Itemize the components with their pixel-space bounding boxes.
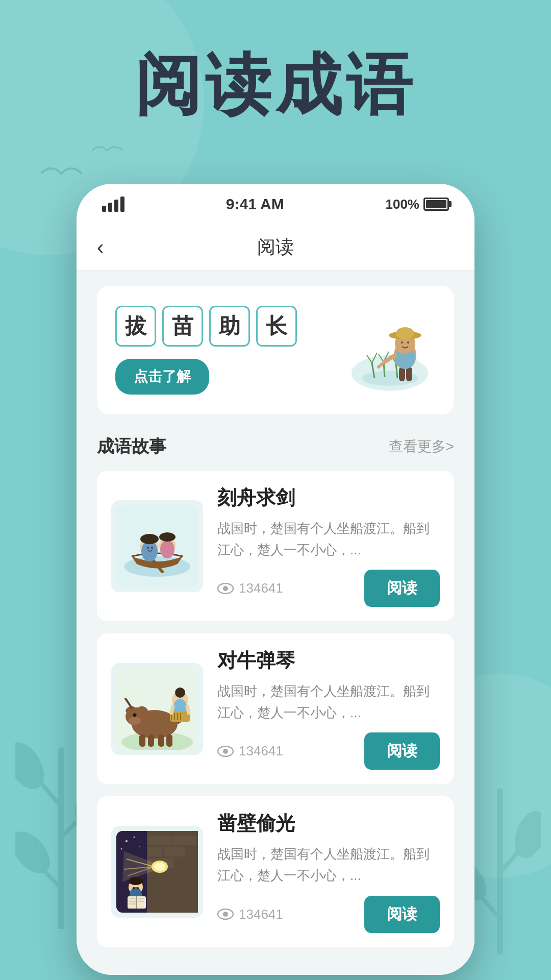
story-card-0: 刻舟求剑 战国时，楚国有个人坐船渡江。船到江心，楚人一不小心，... 13464… [97,471,454,621]
story-title-1: 对牛弹琴 [217,648,440,674]
svg-rect-55 [139,734,145,747]
deco-bird-2 [92,143,122,158]
svg-line-69 [187,706,189,713]
story-info-0: 刻舟求剑 战国时，楚国有个人坐船渡江。船到江心，楚人一不小心，... 13464… [217,485,440,607]
view-count-1: 134641 [217,743,283,759]
svg-rect-76 [172,836,196,845]
svg-line-9 [500,837,531,873]
svg-point-4 [15,736,52,796]
hero-title: 阅读成语 [0,41,551,131]
svg-point-28 [396,327,414,339]
svg-rect-75 [148,836,171,845]
svg-point-85 [133,887,135,889]
view-count-0: 134641 [217,580,283,596]
signal-bar-3 [114,200,118,212]
battery-area: 100% [385,197,449,212]
story-image-0 [111,500,203,592]
svg-point-29 [401,341,403,344]
svg-rect-77 [148,847,162,856]
eye-icon-1 [217,746,234,757]
battery-fill [426,200,446,208]
story-image-1 [111,663,203,755]
featured-left: 拔 苗 助 长 点击了解 [115,306,334,395]
svg-point-96 [121,848,122,849]
story-title-2: 凿壁偷光 [217,811,440,837]
view-number-2: 134641 [239,906,283,922]
svg-point-6 [15,824,57,880]
story-desc-1: 战国时，楚国有个人坐船渡江。船到江心，楚人一不小心，... [217,681,440,723]
svg-line-3 [26,766,61,806]
story-image-2 [111,826,203,918]
svg-point-44 [151,547,153,549]
learn-button[interactable]: 点击了解 [115,359,209,395]
status-bar: 9:41 AM 100% [77,184,474,225]
view-number-0: 134641 [239,580,283,596]
nav-bar: ‹ 阅读 [77,225,474,271]
svg-point-42 [159,532,176,542]
svg-rect-57 [158,734,164,747]
svg-point-71 [223,749,228,754]
story-footer-0: 134641 阅读 [217,570,440,607]
svg-point-97 [139,846,140,847]
signal-bar-4 [120,197,124,212]
svg-rect-58 [166,734,172,747]
svg-line-68 [171,706,173,713]
story-illus-wall [116,831,198,913]
story-illus-boat [116,505,198,587]
story-desc-2: 战国时，楚国有个人坐船渡江。船到江心，楚人一不小心，... [217,844,440,886]
char-box-2: 苗 [162,306,203,347]
svg-point-94 [126,840,128,842]
char-box-1: 拔 [115,306,156,347]
svg-point-39 [145,535,154,543]
svg-point-41 [160,540,174,558]
svg-point-46 [223,586,228,591]
svg-point-53 [129,717,141,725]
read-button-2[interactable]: 阅读 [364,896,440,933]
eye-icon-2 [217,909,234,920]
svg-point-84 [129,877,143,885]
story-card-1: 对牛弹琴 战国时，楚国有个人坐船渡江。船到江心，楚人一不小心，... 13464… [97,633,454,784]
story-info-1: 对牛弹琴 战国时，楚国有个人坐船渡江。船到江心，楚人一不小心，... 13464… [217,648,440,770]
signal-bar-2 [108,203,112,212]
read-button-0[interactable]: 阅读 [364,570,440,607]
battery-icon [423,198,449,211]
back-button[interactable]: ‹ [97,236,104,259]
svg-point-30 [407,341,409,344]
phone-frame: 9:41 AM 100% ‹ 阅读 拔 苗 助 长 点击了解 [77,184,474,975]
svg-line-1 [31,857,61,888]
story-title-0: 刻舟求剑 [217,485,440,511]
view-count-2: 134641 [217,906,283,922]
svg-point-62 [177,688,183,694]
svg-rect-24 [406,367,412,381]
featured-card: 拔 苗 助 长 点击了解 [97,286,454,414]
deco-bird-1 [41,163,82,184]
chengyu-chars: 拔 苗 助 长 [115,306,334,347]
svg-rect-56 [148,734,154,747]
eye-icon-0 [217,583,234,594]
svg-rect-78 [164,847,185,856]
svg-point-10 [509,806,541,862]
signal-icon [102,197,124,212]
status-time: 9:41 AM [226,195,284,213]
battery-percent: 100% [385,197,419,212]
story-info-2: 凿壁偷光 战国时，楚国有个人坐船渡江。船到江心，楚人一不小心，... 13464… [217,811,440,933]
svg-point-99 [223,912,228,917]
char-box-4: 长 [256,306,297,347]
read-button-1[interactable]: 阅读 [364,732,440,770]
svg-point-95 [134,836,135,838]
story-footer-1: 134641 阅读 [217,732,440,770]
story-card-2: 凿壁偷光 战国时，楚国有个人坐船渡江。船到江心，楚人一不小心，... 13464… [97,796,454,947]
char-box-3: 助 [209,306,250,347]
content-area: 拔 苗 助 长 点击了解 [77,271,474,975]
story-illus-cow [116,668,198,750]
section-title: 成语故事 [97,435,166,458]
nav-title: 阅读 [257,235,294,260]
signal-bar-1 [102,206,106,212]
story-footer-2: 134641 阅读 [217,896,440,933]
see-more-button[interactable]: 查看更多> [389,437,454,456]
svg-rect-23 [399,367,405,381]
story-desc-0: 战国时，楚国有个人坐船渡江。船到江心，楚人一不小心，... [217,518,440,560]
section-header: 成语故事 查看更多> [97,435,454,458]
svg-point-81 [154,863,165,871]
farmer-svg [339,307,431,394]
